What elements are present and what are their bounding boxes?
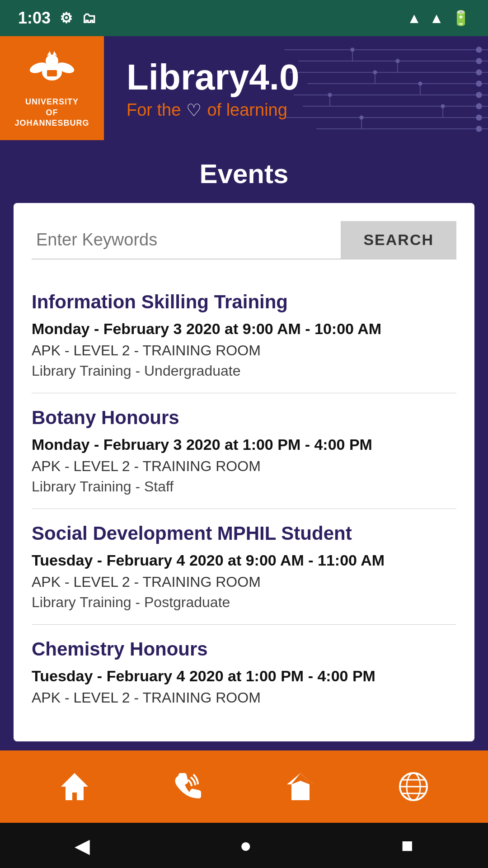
search-button[interactable]: SEARCH	[341, 221, 456, 259]
subtitle-before: For the	[127, 100, 181, 120]
svg-point-32	[476, 92, 482, 98]
heart-icon: ♡	[186, 100, 202, 120]
event-item[interactable]: Information Skilling Training Monday - F…	[32, 278, 456, 393]
nav-home[interactable]	[59, 771, 90, 802]
nav-web[interactable]	[398, 771, 429, 802]
library-title: Library4.0	[127, 57, 465, 98]
event-category: Library Training - Staff	[32, 478, 456, 495]
nav-phone[interactable]	[172, 771, 203, 802]
wifi-icon: ▲	[407, 10, 422, 27]
event-name: Botany Honours	[32, 407, 456, 429]
svg-point-35	[476, 126, 482, 132]
content-area: SEARCH Information Skilling Training Mon…	[14, 203, 474, 741]
event-name: Chemistry Honours	[32, 638, 456, 660]
home-button[interactable]: ●	[239, 834, 252, 857]
svg-point-34	[476, 115, 482, 120]
event-location: APK - LEVEL 2 - TRAINING ROOM	[32, 574, 456, 590]
subtitle-after: of learning	[207, 100, 287, 120]
event-item[interactable]: Botany Honours Monday - February 3 2020 …	[32, 393, 456, 509]
status-right: ▲ ▲ 🔋	[407, 9, 470, 27]
svg-marker-5	[47, 51, 57, 57]
globe-icon	[398, 771, 429, 802]
event-location: APK - LEVEL 2 - TRAINING ROOM	[32, 689, 456, 706]
event-datetime: Monday - February 3 2020 at 9:00 AM - 10…	[32, 320, 456, 338]
svg-point-3	[46, 55, 58, 67]
recent-button[interactable]: ■	[401, 834, 413, 857]
svg-rect-4	[47, 70, 57, 76]
header-title-section: Library4.0 For the ♡ of learning	[104, 36, 488, 140]
event-item[interactable]: Social Development MPHIL Student Tuesday…	[32, 509, 456, 625]
search-row: SEARCH	[32, 221, 456, 259]
library-subtitle: For the ♡ of learning	[127, 100, 465, 120]
android-nav-bar: ◀ ● ■	[0, 823, 488, 868]
event-datetime: Monday - February 3 2020 at 1:00 PM - 4:…	[32, 436, 456, 453]
event-name: Information Skilling Training	[32, 291, 456, 313]
events-title: Events	[9, 158, 479, 189]
settings-icon: ⚙	[60, 9, 73, 27]
event-name: Social Development MPHIL Student	[32, 523, 456, 544]
mail-icon	[285, 771, 316, 802]
events-header: Events	[0, 140, 488, 203]
header-banner: UNIVERSITY OF JOHANNESBURG	[0, 36, 488, 140]
event-location: APK - LEVEL 2 - TRAINING ROOM	[32, 458, 456, 475]
svg-point-33	[476, 104, 482, 109]
back-button[interactable]: ◀	[75, 834, 90, 857]
status-left: 1:03 ⚙ 🗂	[18, 9, 96, 28]
search-input[interactable]	[32, 221, 341, 259]
event-datetime: Tuesday - February 4 2020 at 1:00 PM - 4…	[32, 667, 456, 685]
uj-bird-logo	[27, 47, 77, 93]
event-list: Information Skilling Training Monday - F…	[32, 278, 456, 723]
battery-icon: 🔋	[452, 9, 470, 27]
nav-mail[interactable]	[285, 771, 316, 802]
status-bar: 1:03 ⚙ 🗂 ▲ ▲ 🔋	[0, 0, 488, 36]
svg-point-31	[476, 81, 482, 86]
svg-point-21	[351, 48, 354, 52]
svg-point-30	[476, 70, 482, 75]
event-location: APK - LEVEL 2 - TRAINING ROOM	[32, 342, 456, 359]
sdcard-icon: 🗂	[82, 10, 96, 27]
bottom-nav	[0, 750, 488, 823]
event-category: Library Training - Undergraduate	[32, 363, 456, 379]
event-datetime: Tuesday - February 4 2020 at 9:00 AM - 1…	[32, 552, 456, 569]
phone-icon	[172, 771, 203, 802]
status-time: 1:03	[18, 9, 51, 28]
logo-section: UNIVERSITY OF JOHANNESBURG	[0, 36, 104, 140]
university-name: UNIVERSITY OF JOHANNESBURG	[14, 97, 89, 128]
event-item[interactable]: Chemistry Honours Tuesday - February 4 2…	[32, 625, 456, 723]
svg-point-28	[476, 47, 482, 52]
home-icon	[59, 771, 90, 802]
svg-marker-36	[61, 773, 88, 800]
event-category: Library Training - Postgraduate	[32, 594, 456, 611]
svg-point-29	[476, 58, 482, 64]
signal-icon: ▲	[429, 10, 444, 27]
